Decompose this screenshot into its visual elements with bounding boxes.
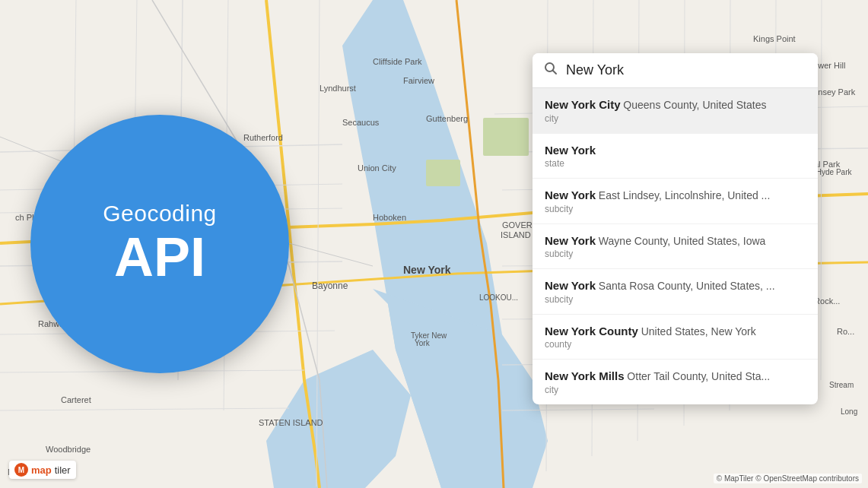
svg-text:Lyndhurst: Lyndhurst	[320, 84, 356, 93]
result-main-text: New York Mills Otter Tail County, United…	[545, 369, 806, 384]
result-main-text: New York Wayne County, United States, Io…	[545, 233, 806, 249]
result-item[interactable]: New York County United States, New Yorkc…	[533, 315, 818, 360]
result-item[interactable]: New Yorkstate	[533, 134, 818, 179]
svg-text:Rutherford: Rutherford	[243, 133, 283, 142]
result-main-text: New York County United States, New York	[545, 324, 806, 339]
search-input[interactable]: New York	[566, 62, 807, 78]
result-item[interactable]: New York East Lindsey, Lincolnshire, Uni…	[533, 179, 818, 224]
svg-text:Guttenberg: Guttenberg	[426, 114, 468, 123]
result-item[interactable]: New York Mills Otter Tail County, United…	[533, 360, 818, 404]
svg-text:Stream: Stream	[829, 381, 854, 389]
result-main-text: New York	[545, 143, 806, 158]
maptiler-logo[interactable]: M maptiler	[9, 461, 76, 479]
maptiler-logo-icon: M	[14, 463, 28, 477]
result-main-text: New York Santa Rosa County, United State…	[545, 278, 806, 293]
results-list: New York City Queens County, United Stat…	[533, 88, 818, 404]
maptiler-logo-map: map	[31, 464, 52, 476]
svg-text:Carteret: Carteret	[61, 395, 91, 404]
svg-rect-27	[483, 118, 529, 156]
result-main-text: New York City Queens County, United Stat…	[545, 97, 806, 112]
search-icon	[543, 61, 558, 80]
svg-text:Ro...: Ro...	[837, 327, 854, 336]
result-type-label: state	[545, 158, 806, 169]
svg-text:Secaucus: Secaucus	[342, 118, 380, 127]
svg-text:Cliffside Park: Cliffside Park	[373, 57, 422, 66]
svg-text:Hoboken: Hoboken	[373, 213, 406, 222]
svg-rect-28	[426, 160, 460, 186]
svg-text:New York: New York	[403, 264, 451, 276]
result-main-text: New York East Lindsey, Lincolnshire, Uni…	[545, 188, 806, 203]
result-item[interactable]: New York City Queens County, United Stat…	[533, 88, 818, 134]
svg-text:Woodbridge: Woodbridge	[46, 445, 91, 454]
result-item[interactable]: New York Wayne County, United States, Io…	[533, 224, 818, 270]
svg-text:Clark: Clark	[38, 243, 58, 252]
result-type-label: subcity	[545, 249, 806, 259]
svg-text:Union City: Union City	[358, 163, 396, 173]
svg-text:Long: Long	[841, 407, 857, 416]
search-bar[interactable]: New York	[533, 53, 818, 88]
svg-text:Linden: Linden	[99, 274, 124, 283]
result-item[interactable]: New York Santa Rosa County, United State…	[533, 269, 818, 315]
svg-line-63	[553, 71, 557, 74]
svg-text:York: York	[415, 339, 431, 347]
svg-text:STATEN ISLAND: STATEN ISLAND	[259, 418, 323, 427]
maptiler-logo-tiler: tiler	[55, 464, 71, 476]
svg-text:Fairview: Fairview	[403, 76, 434, 85]
svg-text:Rahway: Rahway	[38, 319, 68, 328]
result-type-label: subcity	[545, 294, 806, 305]
search-panel: New York New York City Queens County, Un…	[533, 53, 818, 404]
svg-text:M: M	[18, 466, 24, 474]
result-type-label: subcity	[545, 204, 806, 214]
result-type-label: city	[545, 385, 806, 395]
svg-text:LOOKOU...: LOOKOU...	[479, 293, 518, 302]
svg-text:Bayonne: Bayonne	[312, 280, 348, 291]
svg-text:ISLAND: ISLAND	[501, 230, 531, 239]
result-type-label: city	[545, 113, 806, 124]
osm-credit: © MapTiler © OpenStreetMap contributors	[714, 474, 862, 483]
result-type-label: county	[545, 339, 806, 350]
svg-text:PRALL ISLAND: PRALL ISLAND	[122, 350, 175, 359]
svg-text:ch Plains: ch Plains	[15, 213, 49, 222]
svg-text:Kings Point: Kings Point	[753, 34, 796, 43]
